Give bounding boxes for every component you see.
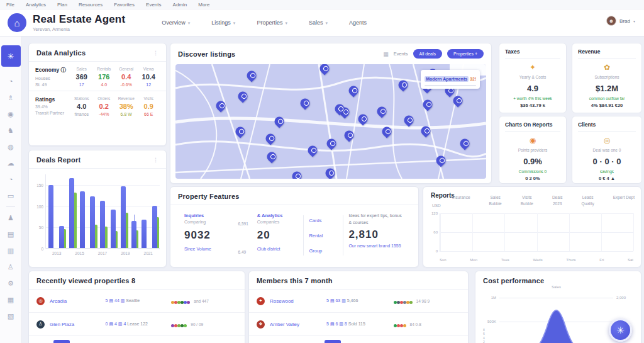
grid-icon[interactable]: ▦ [383, 51, 389, 57]
bar-group[interactable] [90, 174, 96, 248]
table-row[interactable]: ♞ Waterfield Eng 4 ▤ 4 ▥ 8 Rent 110 4.8 … [249, 335, 468, 343]
stat-trend: + worth 4% this week [505, 96, 560, 101]
sidebar-item-icon[interactable]: ▥ [1, 242, 21, 259]
bar-group[interactable] [110, 174, 116, 248]
table-row[interactable]: ✦ Rosewood 5 ▤ 63 ▥ 5,466 14 98 9 [249, 290, 468, 312]
menubar-item[interactable]: Analytics [26, 2, 46, 8]
bar-group[interactable] [100, 174, 106, 248]
tooltip-label: Modern Apartments [425, 76, 469, 82]
cut-off-button[interactable] [325, 340, 341, 343]
sidebar-item-dashboard[interactable]: ✳ [1, 45, 21, 67]
nav-item[interactable]: Overview▾ [162, 20, 190, 26]
row-name-link[interactable]: Arcadia [50, 298, 106, 304]
tag-dot [406, 301, 409, 304]
sidebar-item-icon[interactable]: ♞ [1, 122, 21, 138]
sidebar-item-icon[interactable]: ▤ [1, 226, 21, 242]
stat-card[interactable]: Revenue ✿ Subscriptions $1.2M common out… [572, 43, 642, 113]
column-header: Sales Bubble [489, 194, 502, 207]
menubar-item[interactable]: Admin [173, 2, 187, 8]
row-name-link[interactable]: Rosewood [270, 298, 326, 304]
row-tag-dots [394, 318, 406, 330]
stat-card[interactable]: Charts On Reports ◉ Points providers 0.9… [499, 116, 567, 184]
sidebar-item-icon[interactable]: ♗ [1, 89, 21, 106]
sidebar-item-icon[interactable]: ◔ [1, 171, 21, 188]
nav-item[interactable]: Properties▾ [257, 20, 287, 26]
tag-dot [400, 324, 403, 327]
menubar-item[interactable]: Resources [79, 2, 103, 8]
feature-value: 20 [257, 229, 299, 242]
row-name-link[interactable]: Amber Valley [270, 322, 326, 327]
metric-group-sub: Houses [35, 76, 70, 81]
metric-header: Sales [70, 67, 93, 71]
menubar-item[interactable]: Events [146, 2, 161, 8]
all-deals-button[interactable]: All deals [413, 49, 442, 59]
cut-off-button[interactable] [53, 340, 70, 343]
nav-item[interactable]: Listings▾ [211, 20, 235, 26]
bar-group[interactable] [69, 174, 75, 248]
sidebar-item-icon[interactable]: ♙ [1, 259, 21, 275]
feature-link[interactable]: Cards [309, 218, 338, 223]
user-menu[interactable]: ☻ Brad ▾ [606, 16, 635, 26]
bar-group[interactable] [121, 174, 126, 248]
sidebar-item-icon[interactable]: ♟ [1, 210, 21, 226]
sidebar-item-icon[interactable]: ☁ [1, 155, 21, 171]
sidebar-item-icon[interactable]: ▦ [1, 291, 21, 308]
menubar-item[interactable]: Plan [57, 2, 67, 8]
feature-link[interactable]: Group [309, 248, 338, 254]
row-name-link[interactable]: Glen Plaza [50, 322, 106, 327]
card-title: Cost performance [483, 277, 544, 284]
stat-icon: ✦ [505, 63, 560, 72]
sidebar-item-icon[interactable]: ▧ [1, 308, 21, 324]
bar-group[interactable] [58, 174, 64, 248]
feature-link[interactable]: Our new smart brand 1555 [348, 244, 404, 248]
nav-item[interactable]: Agents [349, 20, 369, 26]
card-title: Reports [431, 192, 455, 199]
sidebar-item-icon[interactable]: ⚙ [1, 275, 21, 291]
menubar-item[interactable]: File [6, 2, 14, 8]
chat-fab-button[interactable]: ✳ [609, 318, 632, 342]
x-tick-label: Fri [599, 258, 604, 262]
metric-value: 0.9 [138, 103, 160, 110]
x-tick-label: Thurs [566, 258, 575, 262]
bar-group[interactable] [48, 174, 54, 248]
stat-card[interactable]: Taxes ✦ Yearly & Costs 4.9 + worth 4% th… [499, 43, 567, 113]
column-header: Expert Dept [613, 194, 635, 207]
kebab-menu-icon[interactable]: ⋮ [153, 157, 158, 163]
row-stat-icons: 0 ▤ 4 ▥ 4 [106, 322, 126, 326]
bar-primary [59, 226, 64, 248]
sidebar-item-icon[interactable]: ◉ [1, 106, 21, 122]
nav-item[interactable]: Sales▾ [309, 20, 328, 26]
stat-card[interactable]: Clients ◎ Deal was one 0 0 · 0 · 0 savin… [572, 116, 642, 184]
card-title: Property Features [178, 193, 240, 200]
reports-x-labels: SunMonTuesWedsThursFriSat [440, 258, 633, 262]
feature-label: & Analytics [257, 213, 299, 218]
listings-map[interactable]: Modern Apartments32! [175, 64, 486, 179]
feature-link[interactable]: Since Volume [184, 247, 232, 251]
bar-group[interactable] [131, 174, 136, 248]
card-title: Data Analytics [36, 49, 86, 57]
table-row[interactable]: ♙ Glen Plaza 0 ▤ 4 ▥ 4 Lease 122 90 / 09 [29, 312, 245, 335]
stat-card-title: Taxes [505, 48, 560, 59]
reports-card: Reports USD InsuranceSales BubbleVisits … [423, 186, 641, 267]
bar-group[interactable] [152, 174, 157, 248]
kebab-menu-icon[interactable]: ⋮ [153, 50, 158, 56]
feature-label: Inquiries [184, 213, 232, 218]
app-logo house-icon[interactable]: ⌂ [8, 13, 26, 32]
sidebar-item-icon[interactable]: ◍ [1, 138, 21, 155]
bar-group[interactable] [142, 174, 147, 248]
menubar-item[interactable]: More [198, 2, 209, 8]
bar-group[interactable] [79, 174, 85, 248]
metric: Visits 0.9 66 E [138, 96, 160, 116]
table-row[interactable]: ◎ Arcadia 5 ▤ 44 ▥ Seattle and 447 [29, 290, 245, 312]
feature-link[interactable]: Rental [309, 233, 338, 239]
table-row[interactable]: ❖ Amber Valley 5 ▤ 6 ▥ 8 Sold 115 84 0-8 [249, 312, 468, 335]
metric-value: 0.2 [93, 103, 116, 110]
stat-sub: Yearly & Costs [505, 75, 560, 79]
feature-link[interactable]: Club district [257, 247, 299, 251]
sidebar-item-icon[interactable]: ◔ [1, 73, 21, 89]
sidebar-item-icon[interactable]: ▭ [1, 188, 21, 204]
menubar-item[interactable]: Favorites [114, 2, 135, 8]
metric: Rentals 176 4.0 [93, 67, 116, 87]
properties-button[interactable]: Properties + [447, 49, 484, 59]
map-tooltip[interactable]: Modern Apartments32! [421, 70, 480, 89]
